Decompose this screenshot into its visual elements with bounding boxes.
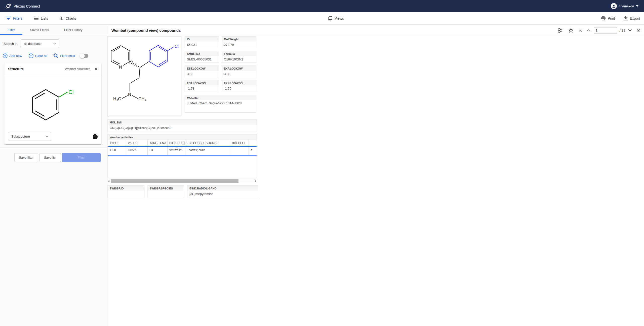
field-card-mol-ref: MOL.REF J. Med. Chem. 34(4)-1991 1314-13…: [185, 95, 256, 113]
activities-title: Wombat activities: [108, 135, 257, 140]
column-header-cell[interactable]: BIO.CELL: [230, 140, 249, 146]
field-card-exp-logwsol: EXP.LOGWSOL -1.70: [222, 80, 256, 92]
structure-display-icon[interactable]: [557, 28, 564, 33]
search-in-value: all database: [24, 42, 42, 46]
gear-icon[interactable]: [93, 134, 98, 139]
field-label: SWISSP.SPECIES: [148, 186, 184, 191]
wombat-activities-panel: Wombat activities TYPE VALUE TARGET.NA B…: [107, 134, 257, 178]
field-card-smdl-idx: SMDL.IDX SMDL-00065031: [185, 51, 219, 63]
field-value: [108, 191, 144, 192]
field-value: 274.79: [222, 42, 256, 47]
favorite-star-icon[interactable]: [568, 28, 574, 33]
field-card-est-logkow: EST.LOGKOW 3.82: [185, 66, 219, 77]
save-filter-button[interactable]: Save filter: [14, 153, 38, 162]
toolbar-filters-button[interactable]: Filters: [6, 16, 22, 20]
export-button[interactable]: Export: [624, 16, 640, 20]
chlorine-label: Cl: [175, 44, 179, 49]
next-record-icon[interactable]: [628, 29, 632, 31]
query-structure-canvas[interactable]: Cl: [4, 75, 101, 132]
field-label: EST.LOGWSOL: [185, 80, 219, 85]
charts-icon: [60, 17, 63, 20]
field-value: [148, 191, 184, 192]
last-record-icon[interactable]: [636, 29, 640, 32]
username: chemaxon: [619, 4, 634, 8]
first-record-icon[interactable]: [578, 29, 582, 32]
avatar-icon: [611, 3, 617, 9]
scrollbar-track[interactable]: [110, 179, 254, 183]
field-label: EXP.LOGKOW: [222, 66, 256, 71]
column-header-species[interactable]: BIO.SPECIE: [168, 140, 187, 146]
activities-horizontal-scrollbar[interactable]: [107, 179, 257, 183]
field-value: 65,031: [185, 42, 219, 47]
filter-child-label: Filter child: [60, 54, 75, 58]
field-card-bind-radioligand: BIND.RADIOLIGAND [3H]mepyramine: [187, 185, 258, 198]
scroll-right-arrow[interactable]: [254, 179, 257, 183]
clear-all-button[interactable]: Clear all: [29, 53, 47, 58]
filter-child-toggle[interactable]: [80, 54, 88, 58]
field-card-formula: Formula C16H19ClN2: [222, 51, 256, 63]
search-in-select[interactable]: all database: [21, 39, 59, 48]
add-new-button[interactable]: Add new: [3, 53, 22, 58]
record-pager: / 38: [557, 27, 644, 34]
pyridine-n-label: N: [119, 65, 122, 70]
filter-button[interactable]: Filter: [62, 153, 101, 162]
user-menu[interactable]: chemaxon: [611, 3, 638, 9]
toolbar-charts-label: Charts: [66, 16, 76, 20]
tab-filter[interactable]: Filter: [0, 25, 22, 35]
column-header-type[interactable]: TYPE: [108, 140, 126, 146]
cell-tissue: cortex; brain: [187, 147, 230, 155]
field-value: -1.70: [222, 85, 256, 90]
match-mode-select[interactable]: Substructure: [8, 132, 51, 141]
filter-child-button[interactable]: Filter child: [54, 53, 75, 58]
add-new-label: Add new: [9, 54, 22, 58]
match-mode-value: Substructure: [11, 135, 30, 138]
plexus-logo-icon: [6, 3, 11, 9]
methyl-left-label: H₃C: [113, 96, 121, 101]
views-button[interactable]: Views: [328, 12, 344, 24]
column-header-value[interactable]: VALUE: [126, 140, 148, 146]
column-header-tissuesource[interactable]: BIO.TISSUESOURCE: [187, 140, 230, 146]
record-number-input[interactable]: [594, 27, 617, 34]
save-list-button[interactable]: Save list: [39, 153, 61, 162]
page-title: Wombat (compound view) compounds: [111, 28, 181, 32]
sidebar-tabs: Filter Saved Filters Filter History: [0, 25, 107, 35]
field-label: Formula: [222, 51, 256, 56]
field-card-exp-logkow: EXP.LOGKOW 3.38: [222, 66, 256, 77]
toggle-knob: [80, 53, 85, 58]
sidebar-divider: [0, 149, 107, 149]
field-label: ID: [185, 37, 219, 42]
print-button[interactable]: Print: [601, 16, 615, 20]
lists-icon: [34, 17, 38, 20]
query-cl-atom-label: Cl: [68, 89, 73, 95]
field-label: EXP.LOGWSOL: [222, 80, 256, 85]
structure-card-title: Structure: [8, 67, 24, 71]
column-header-target[interactable]: TARGET.NA: [148, 140, 168, 146]
tab-saved-filters[interactable]: Saved Filters: [22, 25, 57, 35]
toolbar-lists-button[interactable]: Lists: [34, 16, 48, 20]
structure-filter-card: Structure Wombat structures ✕ Cl: [4, 63, 101, 144]
compound-structure-box: N Cl N H₃C CH₃: [107, 36, 181, 116]
minus-circle-icon: [29, 53, 33, 58]
toolbar-lists-label: Lists: [41, 16, 48, 20]
field-value: CN(C)CC[C@@H](c1ccc(Cl)cc1)c2ccccn2: [108, 125, 257, 130]
structure-source-label: Wombat structures: [65, 67, 90, 71]
view-toolbar: Filters Lists Charts Views: [0, 12, 644, 25]
field-label: MOL.SMI: [108, 120, 257, 125]
toolbar-charts-button[interactable]: Charts: [60, 16, 76, 20]
app-brand: Plexus Connect: [6, 3, 40, 9]
main-titlebar: Wombat (compound view) compounds: [107, 25, 644, 36]
close-icon[interactable]: ✕: [94, 67, 98, 71]
field-label: Mol Weight: [222, 37, 256, 42]
field-card-mol-weight: Mol Weight 274.79: [222, 36, 256, 48]
scrollbar-thumb[interactable]: [111, 179, 238, 183]
activities-header-row: TYPE VALUE TARGET.NA BIO.SPECIE BIO.TISS…: [108, 140, 257, 147]
previous-record-icon[interactable]: [586, 29, 590, 31]
export-label: Export: [630, 16, 640, 20]
caret-down-icon: [636, 5, 638, 7]
field-value: SMDL-00065031: [185, 56, 219, 61]
toolbar-filters-label: Filters: [13, 16, 22, 20]
cell-species: guinea pig: [168, 147, 187, 155]
activities-table-row[interactable]: IC50 8.0555 H1 guinea pig cortex; brain …: [108, 147, 257, 156]
tab-filter-history[interactable]: Filter History: [57, 25, 90, 35]
scroll-left-arrow[interactable]: [107, 179, 110, 183]
